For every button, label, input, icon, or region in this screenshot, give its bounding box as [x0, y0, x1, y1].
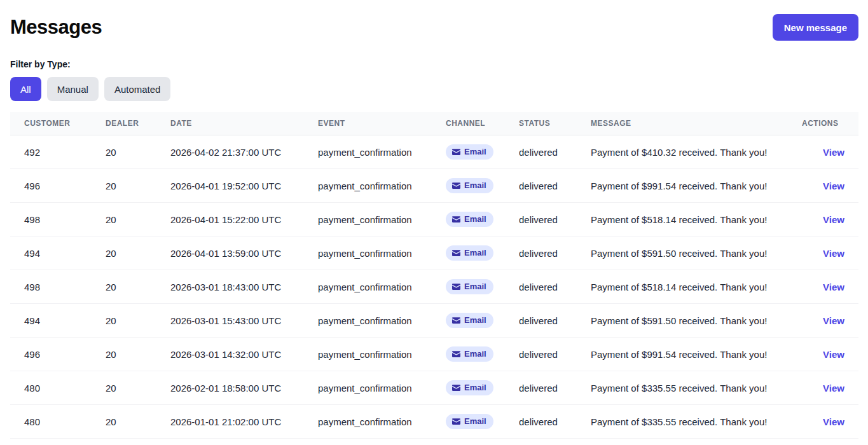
- table-row: 494 20 2026-04-01 13:59:00 UTC payment_c…: [10, 236, 858, 270]
- table-row: 496 20 2026-04-01 19:52:00 UTC payment_c…: [10, 169, 858, 203]
- message-cell: Payment of $591.50 received. Thank you!: [577, 236, 788, 270]
- channel-cell: Email: [432, 405, 505, 439]
- dealer-cell: 20: [92, 203, 156, 236]
- view-link[interactable]: View: [823, 416, 844, 427]
- message-cell: Payment of $335.55 received. Thank you!: [577, 371, 788, 405]
- event-cell: payment_confirmation: [304, 338, 432, 371]
- message-cell: Payment of $991.54 received. Thank you!: [577, 338, 788, 371]
- dealer-cell: 20: [92, 169, 156, 203]
- customer-cell: 496: [10, 338, 92, 371]
- event-cell: payment_confirmation: [304, 405, 432, 439]
- dealer-cell: 20: [92, 304, 156, 338]
- customer-cell: 480: [10, 405, 92, 439]
- status-cell: delivered: [505, 270, 577, 304]
- view-link[interactable]: View: [823, 315, 844, 326]
- column-header-status: Status: [505, 112, 577, 135]
- channel-badge: Email: [446, 212, 493, 227]
- message-cell: Payment of $518.14 received. Thank you!: [577, 270, 788, 304]
- event-cell: payment_confirmation: [304, 304, 432, 338]
- column-header-dealer: Dealer: [92, 112, 156, 135]
- channel-cell: Email: [432, 169, 505, 203]
- channel-cell: Email: [432, 338, 505, 371]
- message-cell: Payment of $518.14 received. Thank you!: [577, 203, 788, 236]
- channel-badge: Email: [446, 414, 493, 429]
- dealer-cell: 20: [92, 405, 156, 439]
- dealer-cell: 20: [92, 371, 156, 405]
- table-header-row: Customer Dealer Date Event Channel Statu…: [10, 112, 858, 135]
- status-cell: delivered: [505, 405, 577, 439]
- email-icon: [452, 216, 460, 222]
- email-icon: [452, 385, 460, 391]
- message-cell: Payment of $591.50 received. Thank you!: [577, 304, 788, 338]
- customer-cell: 498: [10, 270, 92, 304]
- channel-label: Email: [464, 282, 486, 291]
- channel-label: Email: [464, 315, 486, 325]
- date-cell: 2026-04-01 15:22:00 UTC: [156, 203, 304, 236]
- actions-cell: View: [788, 338, 858, 371]
- status-cell: delivered: [505, 203, 577, 236]
- view-link[interactable]: View: [823, 349, 844, 360]
- channel-label: Email: [464, 248, 486, 257]
- channel-cell: Email: [432, 270, 505, 304]
- dealer-cell: 20: [92, 135, 156, 169]
- status-cell: delivered: [505, 135, 577, 169]
- actions-cell: View: [788, 203, 858, 236]
- actions-cell: View: [788, 135, 858, 169]
- actions-cell: View: [788, 236, 858, 270]
- status-cell: delivered: [505, 304, 577, 338]
- table-row: 492 20 2026-04-02 21:37:00 UTC payment_c…: [10, 135, 858, 169]
- filter-automated-button[interactable]: Automated: [104, 77, 171, 101]
- view-link[interactable]: View: [823, 147, 844, 158]
- date-cell: 2026-04-01 13:59:00 UTC: [156, 236, 304, 270]
- date-cell: 2026-03-01 18:43:00 UTC: [156, 270, 304, 304]
- view-link[interactable]: View: [823, 383, 844, 394]
- customer-cell: 492: [10, 135, 92, 169]
- table-row: 498 20 2026-04-01 15:22:00 UTC payment_c…: [10, 203, 858, 236]
- email-icon: [452, 250, 460, 256]
- new-message-button[interactable]: New message: [773, 14, 858, 41]
- event-cell: payment_confirmation: [304, 236, 432, 270]
- date-cell: 2026-04-01 19:52:00 UTC: [156, 169, 304, 203]
- customer-cell: 494: [10, 236, 92, 270]
- status-cell: delivered: [505, 169, 577, 203]
- filter-label: Filter by Type:: [10, 59, 858, 70]
- email-icon: [452, 351, 460, 357]
- channel-cell: Email: [432, 236, 505, 270]
- page-header: Messages New message: [10, 0, 858, 41]
- filter-manual-button[interactable]: Manual: [47, 77, 99, 101]
- status-cell: delivered: [505, 236, 577, 270]
- actions-cell: View: [788, 169, 858, 203]
- column-header-customer: Customer: [10, 112, 92, 135]
- date-cell: 2026-03-01 14:32:00 UTC: [156, 338, 304, 371]
- customer-cell: 494: [10, 304, 92, 338]
- channel-badge: Email: [446, 313, 493, 328]
- message-cell: Payment of $335.55 received. Thank you!: [577, 405, 788, 439]
- channel-badge: Email: [446, 346, 493, 362]
- channel-label: Email: [464, 214, 486, 224]
- customer-cell: 480: [10, 371, 92, 405]
- channel-label: Email: [464, 147, 486, 156]
- channel-label: Email: [464, 416, 486, 426]
- message-cell: Payment of $991.54 received. Thank you!: [577, 169, 788, 203]
- channel-badge: Email: [446, 178, 493, 193]
- view-link[interactable]: View: [823, 248, 844, 259]
- event-cell: payment_confirmation: [304, 270, 432, 304]
- channel-cell: Email: [432, 203, 505, 236]
- column-header-date: Date: [156, 112, 304, 135]
- filter-all-button[interactable]: All: [10, 77, 41, 101]
- message-cell: Payment of $410.32 received. Thank you!: [577, 135, 788, 169]
- event-cell: payment_confirmation: [304, 371, 432, 405]
- channel-badge: Email: [446, 245, 493, 261]
- table-row: 480 20 2026-02-01 18:58:00 UTC payment_c…: [10, 371, 858, 405]
- date-cell: 2026-01-01 21:02:00 UTC: [156, 405, 304, 439]
- messages-page: Messages New message Filter by Type: All…: [0, 0, 868, 439]
- table-row: 496 20 2026-03-01 14:32:00 UTC payment_c…: [10, 338, 858, 371]
- view-link[interactable]: View: [823, 214, 844, 225]
- table-row: 480 20 2026-01-01 21:02:00 UTC payment_c…: [10, 405, 858, 439]
- view-link[interactable]: View: [823, 282, 844, 292]
- actions-cell: View: [788, 270, 858, 304]
- view-link[interactable]: View: [823, 181, 844, 191]
- email-icon: [452, 418, 460, 425]
- column-header-message: Message: [577, 112, 788, 135]
- email-icon: [452, 284, 460, 290]
